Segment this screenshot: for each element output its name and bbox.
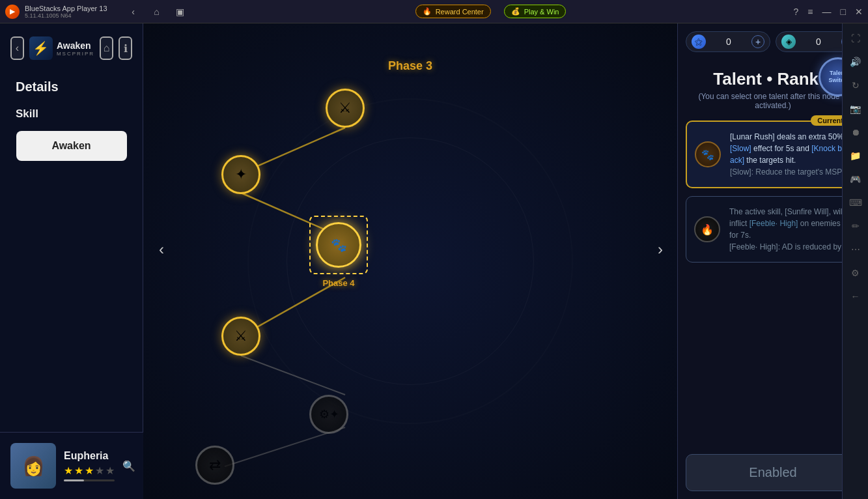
star-3: ★ bbox=[85, 464, 94, 477]
reward-center-button[interactable]: 🔥 Reward Center bbox=[415, 5, 491, 18]
node-star-circle[interactable]: ✦ bbox=[221, 155, 260, 194]
app-logo-icon: ⚡ bbox=[29, 36, 53, 60]
rotate-button[interactable]: ↻ bbox=[846, 76, 865, 95]
more-button[interactable]: ⋯ bbox=[846, 240, 865, 259]
card1-text-pre: [Lunar Rush] deals an extra 50% bbox=[730, 132, 844, 141]
phase3-label: Phase 3 bbox=[388, 59, 432, 73]
star-4: ★ bbox=[95, 464, 104, 477]
skill-tree-area: Phase 3 ⚔ ✦ 🐾 Phase 4 ⚔ ⚙✦ ⇄ bbox=[143, 23, 677, 499]
character-progress-fill bbox=[64, 479, 84, 481]
gamepad-button[interactable]: 🎮 bbox=[846, 169, 865, 189]
node-top[interactable]: ⚔ bbox=[326, 89, 365, 128]
talent-card-current[interactable]: Current 🐾 [Lunar Rush] deals an extra 50… bbox=[686, 121, 860, 188]
close-button[interactable]: ✕ bbox=[855, 7, 863, 17]
tabs-nav-btn[interactable]: ▣ bbox=[173, 4, 188, 20]
titlebar-right: ? ≡ — □ ✕ bbox=[794, 7, 863, 17]
reward-icon: 🔥 bbox=[423, 7, 432, 16]
node-top-circle[interactable]: ⚔ bbox=[326, 89, 365, 128]
node-swap-circle[interactable]: ⇄ bbox=[195, 446, 234, 485]
card1-text-mid: effect for 5s and bbox=[751, 144, 812, 153]
resource-icon-2: ◈ bbox=[781, 35, 796, 49]
app-logo-text-block: Awaken MSCPRIPR bbox=[57, 40, 94, 57]
right-edge-toolbar: ⛶ 🔊 ↻ 📷 ⏺ 📁 🎮 ⌨ ✏ ⋯ ⚙ ← bbox=[842, 23, 868, 499]
maximize-button[interactable]: □ bbox=[841, 7, 846, 17]
character-panel: 👩 Eupheria ★ ★ ★ ★ ★ 🔍 bbox=[0, 432, 143, 499]
node-swap[interactable]: ⇄ bbox=[195, 446, 234, 485]
talent-card-alternative[interactable]: 🔥 The active skill, [Sunfire Will], wil … bbox=[686, 196, 860, 263]
details-section-title: Details bbox=[0, 79, 59, 94]
character-progress-bar bbox=[64, 479, 115, 481]
titlebar-center: 🔥 Reward Center 💰 Play & Win bbox=[188, 5, 794, 18]
titlebar: ▶ BlueStacks App Player 13 5.11.41.1005 … bbox=[0, 0, 868, 23]
folder-button[interactable]: 📁 bbox=[846, 146, 865, 165]
settings-edge-button[interactable]: ⚙ bbox=[846, 263, 865, 283]
volume-button[interactable]: 🔊 bbox=[846, 52, 865, 72]
bluestacks-logo: ▶ bbox=[5, 5, 20, 19]
back-nav-btn[interactable]: ‹ bbox=[126, 4, 141, 20]
awaken-button[interactable]: Awaken bbox=[16, 131, 127, 161]
resource-bar: ⚝ 0 + ◈ 0 + bbox=[686, 31, 860, 52]
minimize-button[interactable]: — bbox=[822, 7, 832, 17]
character-info: Eupheria ★ ★ ★ ★ ★ bbox=[64, 450, 115, 481]
app-version: 5.11.41.1005 N64 bbox=[25, 12, 107, 19]
app-logo-subtitle: MSCPRIPR bbox=[57, 51, 94, 57]
talent-card-icon-2: 🔥 bbox=[694, 216, 720, 242]
prev-arrow-button[interactable]: ‹ bbox=[147, 235, 176, 264]
expand-button[interactable]: ⛶ bbox=[846, 29, 865, 48]
right-panel: ⚝ 0 + ◈ 0 + Talent Switch Talent • Rank … bbox=[677, 23, 868, 499]
card2-dim: [Feeble· High]: AD is reduced by bbox=[729, 242, 841, 251]
star-5: ★ bbox=[105, 464, 115, 477]
sidebar-info-button[interactable]: ℹ bbox=[119, 36, 132, 60]
card2-feeble: [Feeble· High] bbox=[749, 219, 798, 228]
talent-card-text-1: [Lunar Rush] deals an extra 50% [Slow] e… bbox=[730, 131, 850, 178]
character-name: Eupheria bbox=[64, 450, 115, 462]
play-win-label: Play & Win bbox=[524, 8, 559, 16]
card1-dim: [Slow]: Reduce the target's MSP bbox=[730, 167, 842, 177]
home-nav-btn[interactable]: ⌂ bbox=[149, 4, 165, 20]
play-win-button[interactable]: 💰 Play & Win bbox=[504, 5, 567, 18]
help-button[interactable]: ? bbox=[794, 7, 799, 17]
sidebar: ‹ ⚡ Awaken MSCPRIPR ⌂ ℹ Details Skill Aw… bbox=[0, 23, 143, 499]
phase4-label: Phase 4 bbox=[322, 278, 354, 288]
character-avatar: 👩 bbox=[10, 443, 56, 489]
app-title: BlueStacks App Player 13 bbox=[25, 5, 107, 12]
card1-text-end: the targets hit. bbox=[744, 156, 796, 165]
node-gear-circle[interactable]: ⚙✦ bbox=[309, 395, 348, 434]
paint-button[interactable]: ✏ bbox=[846, 216, 865, 236]
sidebar-top-nav: ‹ ⚡ Awaken MSCPRIPR ⌂ ℹ bbox=[0, 36, 143, 60]
card1-slow: [Slow] bbox=[730, 144, 751, 153]
node-bottom-circle[interactable]: ⚔ bbox=[221, 317, 260, 356]
character-search-button[interactable]: 🔍 bbox=[122, 457, 135, 475]
app-logo-name: Awaken bbox=[57, 40, 94, 51]
reward-label: Reward Center bbox=[436, 8, 484, 16]
recording-button[interactable]: ⏺ bbox=[846, 122, 865, 142]
talent-card-text-2: The active skill, [Sunfire Will], wil l … bbox=[729, 206, 850, 253]
keyboard-button[interactable]: ⌨ bbox=[846, 193, 865, 212]
character-stars: ★ ★ ★ ★ ★ bbox=[64, 464, 115, 477]
next-arrow-button[interactable]: › bbox=[646, 235, 675, 264]
app-logo: ⚡ Awaken MSCPRIPR bbox=[29, 36, 94, 60]
back-edge-button[interactable]: ← bbox=[846, 287, 865, 306]
talent-card-icon-1: 🐾 bbox=[695, 141, 721, 167]
star-1: ★ bbox=[64, 464, 73, 477]
node-phase4[interactable]: 🐾 Phase 4 bbox=[309, 216, 368, 288]
app-title-block: BlueStacks App Player 13 5.11.41.1005 N6… bbox=[25, 5, 107, 19]
enabled-button[interactable]: Enabled bbox=[686, 454, 860, 491]
resource-icon-1: ⚝ bbox=[692, 35, 706, 49]
titlebar-left: ▶ BlueStacks App Player 13 5.11.41.1005 … bbox=[5, 4, 188, 20]
resource-count-1: 0 bbox=[708, 36, 749, 47]
titlebar-nav: ‹ ⌂ ▣ bbox=[126, 4, 188, 20]
play-win-icon: 💰 bbox=[511, 7, 520, 16]
screenshot-button[interactable]: 📷 bbox=[846, 99, 865, 119]
menu-button[interactable]: ≡ bbox=[807, 7, 813, 17]
skill-section-title: Skill bbox=[0, 107, 38, 121]
sidebar-back-button[interactable]: ‹ bbox=[10, 36, 24, 60]
node-star[interactable]: ✦ bbox=[221, 155, 260, 194]
resource-count-2: 0 bbox=[798, 36, 839, 47]
character-image: 👩 bbox=[10, 443, 56, 489]
node-bottom[interactable]: ⚔ bbox=[221, 317, 260, 356]
star-2: ★ bbox=[74, 464, 83, 477]
node-gear[interactable]: ⚙✦ bbox=[309, 395, 348, 434]
sidebar-home-button[interactable]: ⌂ bbox=[100, 36, 113, 60]
resource-add-1[interactable]: + bbox=[751, 35, 764, 48]
